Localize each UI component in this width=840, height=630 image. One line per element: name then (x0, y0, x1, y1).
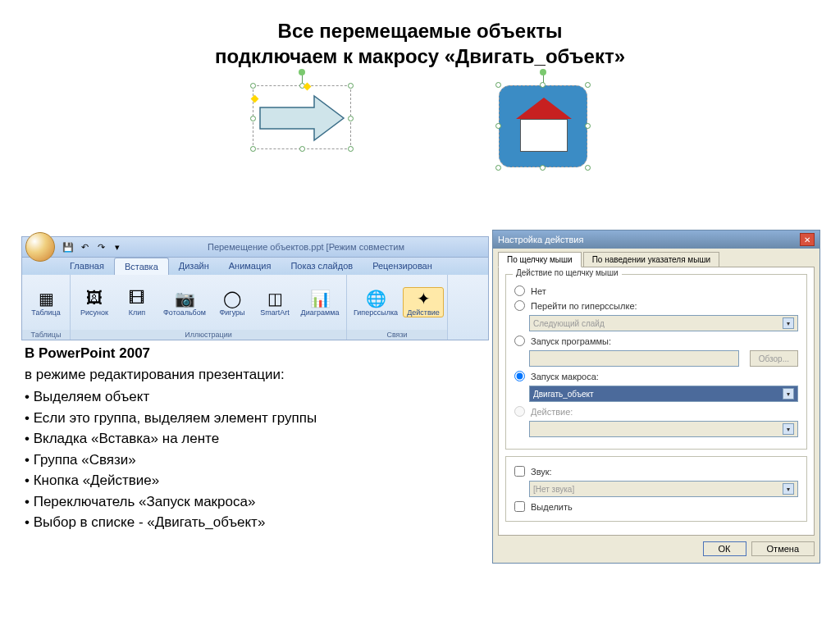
sound-fieldset: Звук: [Нет звука]▾ Выделить (505, 456, 807, 522)
table-icon: ▦ (35, 288, 57, 309)
group-illustrations: 🖼Рисунок 🎞Клип 📷Фотоальбом ◯Фигуры ◫Smar… (71, 275, 347, 340)
tab-design[interactable]: Дизайн (169, 258, 219, 275)
tab-insert[interactable]: Вставка (114, 258, 169, 275)
group-label-tables: Таблицы (22, 330, 70, 340)
title-line-1: Все перемещаемые объекты (33, 18, 807, 43)
shapes-button[interactable]: ◯Фигуры (212, 288, 253, 317)
office-button[interactable] (25, 232, 55, 262)
browse-button: Обзор... (750, 350, 798, 367)
tab-mouse-over[interactable]: По наведении указателя мыши (583, 252, 719, 267)
checkbox-sound-input[interactable] (514, 466, 525, 477)
radio-hyperlink-input[interactable] (514, 300, 525, 311)
dialog-body: Действие по щелчку мыши Нет Перейти по г… (498, 267, 815, 536)
title-line-2: подключаем к макросу «Двигать_объект» (33, 43, 807, 69)
action-combo: ▾ (529, 421, 798, 437)
house-body-icon (520, 119, 568, 152)
instructions-heading: В PowerPoint 2007 (25, 345, 150, 361)
dialog-tabs: По щелчку мыши По наведении указателя мы… (493, 249, 819, 267)
close-icon[interactable]: ✕ (800, 233, 815, 246)
dialog-title-text: Настройка действия (498, 235, 583, 244)
redo-icon[interactable]: ↷ (94, 240, 107, 253)
clip-button[interactable]: 🎞Клип (116, 288, 158, 317)
undo-icon[interactable]: ↶ (78, 240, 91, 253)
radio-macro[interactable]: Запуск макроса: (514, 371, 798, 381)
house-roof-icon (516, 98, 572, 119)
rotate-handle-icon[interactable] (540, 69, 546, 75)
checkbox-highlight[interactable]: Выделить (514, 501, 798, 512)
action-settings-dialog: Настройка действия ✕ По щелчку мыши По н… (492, 230, 820, 564)
radio-action: Действие: (514, 406, 798, 417)
ribbon-tabs: Главная Вставка Дизайн Анимация Показ сл… (21, 258, 489, 275)
group-links: 🌐Гиперссылка ✦Действие Связи (347, 275, 448, 340)
list-item: Вкладка «Вставка» на ленте (25, 428, 484, 450)
save-icon[interactable]: 💾 (62, 240, 75, 253)
list-item: Если это группа, выделяем элемент группы (25, 408, 484, 429)
fieldset-legend: Действие по щелчку мыши (513, 268, 622, 277)
radio-none[interactable]: Нет (514, 285, 798, 296)
clip-icon: 🎞 (126, 288, 148, 309)
smartart-icon: ◫ (264, 288, 285, 309)
shapes-row (0, 85, 840, 167)
program-path-input (529, 350, 739, 367)
list-item: Выбор в списке - «Двигать_объект» (25, 512, 484, 533)
radio-macro-input[interactable] (514, 371, 525, 381)
rotate-handle-icon[interactable] (299, 69, 305, 75)
radio-action-input (514, 406, 525, 417)
tab-slideshow[interactable]: Показ слайдов (281, 258, 363, 275)
hyperlink-button[interactable]: 🌐Гиперссылка (350, 288, 401, 317)
picture-button[interactable]: 🖼Рисунок (74, 288, 115, 317)
checkbox-sound[interactable]: Звук: (514, 466, 798, 477)
action-button[interactable]: ✦Действие (403, 287, 444, 318)
radio-program-input[interactable] (514, 336, 525, 346)
radio-hyperlink[interactable]: Перейти по гиперссылке: (514, 300, 798, 311)
group-label-illustrations: Иллюстрации (71, 330, 346, 340)
list-item: Группа «Связи» (25, 450, 484, 471)
smartart-button[interactable]: ◫SmartArt (254, 288, 295, 317)
document-title: Перемещение объектов.ppt [Режим совмести… (124, 242, 488, 252)
arrow-icon (258, 94, 347, 142)
rounded-rect-shape (499, 85, 587, 167)
radio-program[interactable]: Запуск программы: (514, 336, 798, 346)
globe-icon: 🌐 (365, 288, 386, 309)
table-button[interactable]: ▦ Таблица (25, 288, 66, 317)
list-item: Выделяем объект (25, 386, 484, 408)
ok-button[interactable]: ОК (703, 541, 746, 556)
instructions-text: В PowerPoint 2007 в режиме редактировани… (25, 343, 484, 533)
photoalbum-icon: 📷 (174, 288, 195, 309)
cancel-button[interactable]: Отмена (751, 541, 815, 556)
instructions-subtitle: в режиме редактирования презентации: (25, 364, 484, 386)
instructions-list: Выделяем объект Если это группа, выделяе… (25, 386, 484, 533)
star-icon: ✦ (413, 288, 434, 309)
chevron-down-icon[interactable]: ▾ (783, 388, 794, 399)
chart-button[interactable]: 📊Диаграмма (297, 288, 343, 317)
group-tables: ▦ Таблица Таблицы (22, 275, 71, 340)
sound-combo: [Нет звука]▾ (529, 481, 798, 497)
chevron-down-icon: ▾ (783, 483, 794, 495)
checkbox-highlight-input[interactable] (514, 501, 525, 512)
house-shape-selected[interactable] (499, 85, 587, 167)
powerpoint-ribbon: 💾 ↶ ↷ ▾ Перемещение объектов.ppt [Режим … (21, 236, 489, 340)
action-fieldset: Действие по щелчку мыши Нет Перейти по г… (505, 274, 807, 450)
chevron-down-icon: ▾ (783, 423, 794, 435)
slide-title: Все перемещаемые объекты подключаем к ма… (0, 0, 840, 79)
picture-icon: 🖼 (84, 288, 105, 309)
arrow-shape-selected[interactable] (253, 85, 351, 167)
quick-access-toolbar: 💾 ↶ ↷ ▾ Перемещение объектов.ppt [Режим … (21, 236, 489, 258)
chevron-down-icon: ▾ (783, 317, 794, 329)
hyperlink-combo: Следующий слайд▾ (529, 315, 798, 331)
shapes-icon: ◯ (221, 288, 243, 309)
list-item: Переключатель «Запуск макроса» (25, 491, 484, 513)
tab-mouse-click[interactable]: По щелчку мыши (498, 252, 582, 267)
qat-dropdown-icon[interactable]: ▾ (111, 240, 124, 253)
macro-combo[interactable]: Двигать_объект▾ (529, 386, 798, 402)
tab-review[interactable]: Рецензирован (363, 258, 442, 275)
dialog-buttons: ОК Отмена (493, 541, 819, 563)
list-item: Кнопка «Действие» (25, 470, 484, 491)
radio-none-input[interactable] (514, 285, 525, 296)
tab-home[interactable]: Главная (60, 258, 114, 275)
tab-animation[interactable]: Анимация (219, 258, 281, 275)
dialog-titlebar[interactable]: Настройка действия ✕ (493, 231, 819, 249)
ribbon-content: ▦ Таблица Таблицы 🖼Рисунок 🎞Клип 📷Фотоал… (21, 275, 489, 340)
photoalbum-button[interactable]: 📷Фотоальбом (159, 288, 210, 317)
group-label-links: Связи (347, 330, 447, 340)
